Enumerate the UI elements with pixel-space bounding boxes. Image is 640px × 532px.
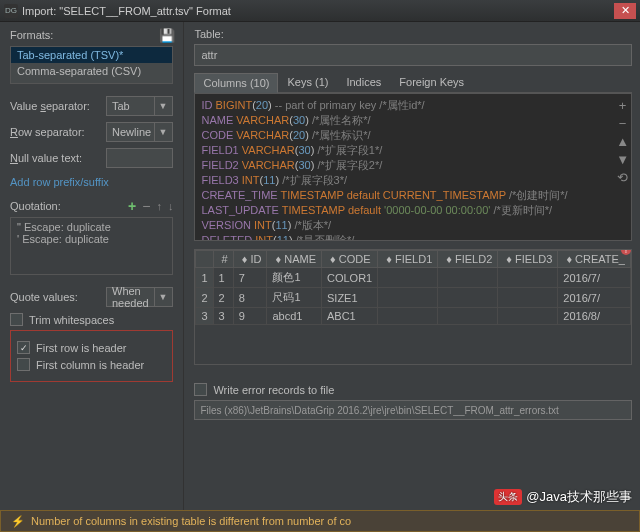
trim-whitespaces-check[interactable]: Trim whitespaces [10,313,173,326]
arrow-up-icon[interactable]: ▲ [616,134,629,149]
write-errors-check[interactable]: Write error records to file [194,383,632,396]
quote-values-combo[interactable]: When needed ▼ [106,287,173,307]
watermark-badge: 头条 [494,489,522,505]
quote-values-label: Quote values: [10,291,106,303]
minus-icon[interactable]: − [619,116,627,131]
first-column-header-check[interactable]: First column is header [17,358,166,371]
value-separator-value: Tab [112,100,130,112]
schema-editor[interactable]: + − ▲ ▼ ⟲ ID BIGINT(20) -- part of prima… [194,93,632,241]
quotation-item[interactable]: ' Escape: duplicate [17,233,166,245]
plus-icon[interactable]: + [619,98,627,113]
row-separator-value: Newline [112,126,151,138]
first-column-header-label: First column is header [36,359,144,371]
formats-label: Formats: [10,29,53,41]
arrow-down-icon[interactable]: ↓ [168,200,174,212]
arrow-down-icon[interactable]: ▼ [616,152,629,167]
tab-columns[interactable]: Columns (10) [194,73,278,93]
trim-whitespaces-label: Trim whitespaces [29,314,114,326]
checkbox-icon: ✓ [17,341,30,354]
tab-keys[interactable]: Keys (1) [278,72,337,92]
tab-foreign-keys[interactable]: Foreign Keys [390,72,473,92]
checkbox-icon [10,313,23,326]
add-row-prefix-link[interactable]: Add row prefix/suffix [10,176,109,188]
first-row-header-check[interactable]: ✓ First row is header [17,341,166,354]
arrow-up-icon[interactable]: ↑ [156,200,162,212]
warning-bolt-icon: ⚡ [11,515,25,528]
chevron-down-icon[interactable]: ▼ [154,123,170,141]
close-button[interactable]: ✕ [614,3,636,19]
chevron-down-icon[interactable]: ▼ [154,97,170,115]
checkbox-icon [17,358,30,371]
table-label: Table: [194,28,223,40]
watermark-text: @Java技术那些事 [526,488,632,506]
first-row-header-label: First row is header [36,342,127,354]
value-separator-label: Value separator: [10,100,106,112]
value-separator-combo[interactable]: Tab ▼ [106,96,173,116]
reset-icon[interactable]: ⟲ [617,170,628,185]
write-errors-label: Write error records to file [213,384,334,396]
null-value-label: Null value text: [10,152,106,164]
schema-tabs: Columns (10) Keys (1) Indices Foreign Ke… [194,72,632,93]
format-item-csv[interactable]: Comma-separated (CSV) [11,63,172,79]
save-format-icon[interactable]: 💾 [159,28,173,42]
quotation-item[interactable]: " Escape: duplicate [17,221,166,233]
preview-table: ! # ♦ ID ♦ NAME ♦ CODE ♦ FIELD1 ♦ FIELD2… [194,249,632,365]
watermark: 头条 @Java技术那些事 [494,488,632,506]
format-item-tsv[interactable]: Tab-separated (TSV)* [11,47,172,63]
header-options-box: ✓ First row is header First column is he… [10,330,173,382]
table-name-value: attr [201,49,217,61]
checkbox-icon [194,383,207,396]
window-title: Import: "SELECT__FROM_attr.tsv" Format [22,5,614,17]
error-file-input[interactable]: Files (x86)\JetBrains\DataGrip 2016.2\jr… [194,400,632,420]
format-list[interactable]: Tab-separated (TSV)* Comma-separated (CS… [10,46,173,84]
quotation-label: Quotation: [10,200,61,212]
table-name-input[interactable]: attr [194,44,632,66]
null-value-input[interactable] [106,148,173,168]
footer-warning: ⚡ Number of columns in existing table is… [0,510,640,532]
error-file-value: Files (x86)\JetBrains\DataGrip 2016.2\jr… [200,405,558,416]
chevron-down-icon[interactable]: ▼ [154,288,170,306]
app-icon: DG [4,4,18,18]
titlebar: DG Import: "SELECT__FROM_attr.tsv" Forma… [0,0,640,22]
row-separator-label: Row separator: [10,126,106,138]
minus-icon[interactable]: − [142,198,150,214]
row-separator-combo[interactable]: Newline ▼ [106,122,173,142]
plus-icon[interactable]: + [128,198,136,214]
quotation-list[interactable]: " Escape: duplicate ' Escape: duplicate [10,217,173,275]
footer-warning-text: Number of columns in existing table is d… [31,515,351,527]
tab-indices[interactable]: Indices [337,72,390,92]
